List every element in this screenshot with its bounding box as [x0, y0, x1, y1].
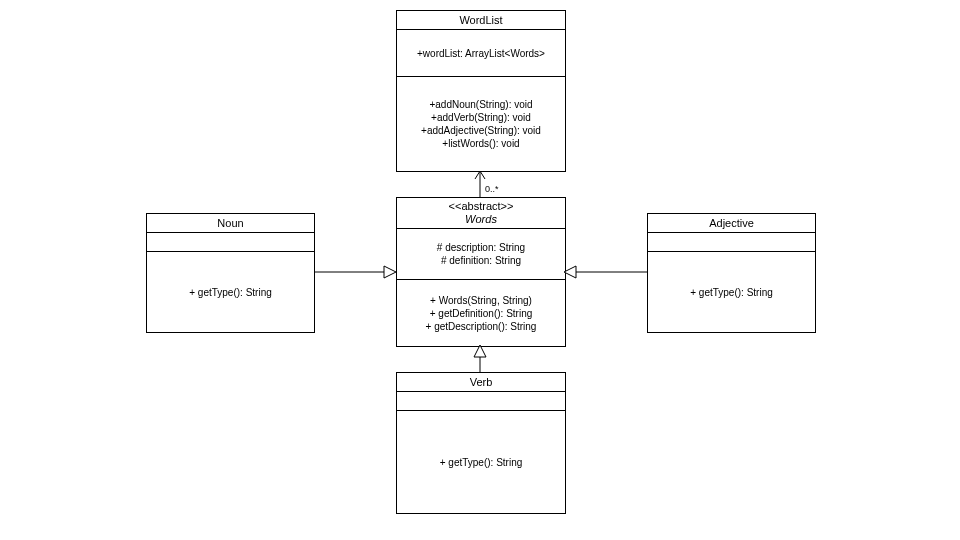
method-text: + Words(String, String) — [430, 294, 532, 307]
svg-line-7 — [475, 171, 480, 179]
class-attributes: # description: String # definition: Stri… — [397, 229, 565, 280]
generalization-noun-words — [314, 266, 396, 278]
generalization-adjective-words — [564, 266, 647, 278]
attribute-text: # definition: String — [441, 254, 521, 267]
class-title: Verb — [397, 373, 565, 392]
class-methods: + getType(): String — [648, 252, 815, 332]
multiplicity-label: 0..* — [485, 184, 499, 194]
method-text: +addAdjective(String): void — [421, 124, 541, 137]
method-text: +addVerb(String): void — [431, 111, 531, 124]
class-methods: +addNoun(String): void +addVerb(String):… — [397, 77, 565, 171]
class-verb: Verb + getType(): String — [396, 372, 566, 514]
method-text: +listWords(): void — [442, 137, 519, 150]
class-name: Words — [403, 213, 559, 226]
class-attributes — [147, 233, 314, 252]
class-title: <<abstract>> Words — [397, 198, 565, 229]
class-attributes — [648, 233, 815, 252]
method-text: + getType(): String — [440, 456, 523, 469]
class-title: Noun — [147, 214, 314, 233]
class-adjective: Adjective + getType(): String — [647, 213, 816, 333]
association-wordlist-words: 0..* — [475, 171, 499, 197]
method-text: +addNoun(String): void — [429, 98, 532, 111]
method-text: + getDefinition(): String — [430, 307, 533, 320]
class-attributes — [397, 392, 565, 411]
class-stereotype: <<abstract>> — [403, 200, 559, 213]
class-words: <<abstract>> Words # description: String… — [396, 197, 566, 347]
class-title: Adjective — [648, 214, 815, 233]
generalization-verb-words — [474, 345, 486, 372]
method-text: + getType(): String — [690, 286, 773, 299]
attribute-text: +wordList: ArrayList<Words> — [417, 47, 545, 60]
class-methods: + getType(): String — [397, 411, 565, 513]
class-methods: + Words(String, String) + getDefinition(… — [397, 280, 565, 346]
class-wordlist: WordList +wordList: ArrayList<Words> +ad… — [396, 10, 566, 172]
svg-marker-1 — [384, 266, 396, 278]
class-noun: Noun + getType(): String — [146, 213, 315, 333]
attribute-text: # description: String — [437, 241, 525, 254]
method-text: + getDescription(): String — [426, 320, 537, 333]
svg-line-8 — [480, 171, 485, 179]
class-title: WordList — [397, 11, 565, 30]
class-methods: + getType(): String — [147, 252, 314, 332]
method-text: + getType(): String — [189, 286, 272, 299]
class-attributes: +wordList: ArrayList<Words> — [397, 30, 565, 77]
